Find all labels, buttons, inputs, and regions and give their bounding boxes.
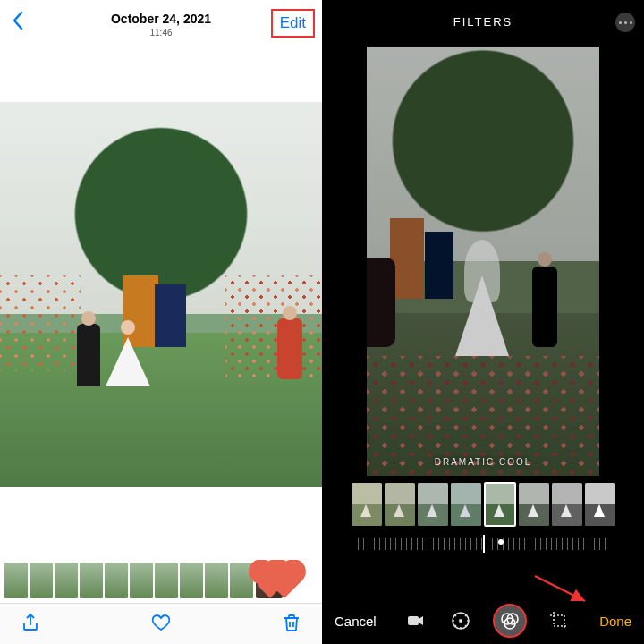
video-icon: [405, 610, 427, 631]
photo-header: October 24, 2021 11:46 Edit: [0, 0, 322, 48]
crop-button[interactable]: [547, 608, 572, 633]
done-button[interactable]: Done: [599, 614, 631, 629]
photo-date: October 24, 2021: [111, 12, 211, 26]
photo-thumbnail-strip[interactable]: [0, 560, 322, 601]
thumbnail[interactable]: [4, 563, 28, 598]
filter-intensity-slider[interactable]: [322, 533, 644, 555]
edit-mode-title: FILTERS: [453, 15, 513, 29]
edit-header: FILTERS: [322, 0, 644, 43]
photo-title: October 24, 2021 11:46: [111, 12, 211, 38]
filter-option[interactable]: [519, 483, 549, 526]
back-button[interactable]: [11, 11, 25, 34]
main-photo[interactable]: [0, 102, 322, 487]
thumbnail[interactable]: [105, 563, 128, 598]
thumbnail[interactable]: [80, 563, 103, 598]
thumbnail[interactable]: [155, 563, 178, 598]
filter-option[interactable]: [585, 483, 615, 526]
share-button[interactable]: [20, 612, 41, 637]
filters-icon: [499, 610, 521, 631]
filter-option[interactable]: [418, 483, 448, 526]
svg-rect-0: [408, 616, 419, 625]
thumbnail[interactable]: [180, 563, 203, 598]
edit-toolbar: Cancel Done: [322, 597, 644, 644]
edit-photo-preview[interactable]: DRAMATIC COOL: [367, 47, 599, 476]
photo-viewer-screen: October 24, 2021 11:46 Edit: [0, 0, 322, 644]
filter-thumbnails: [322, 481, 644, 528]
filter-name-label: DRAMATIC COOL: [435, 457, 532, 467]
thumbnail[interactable]: [55, 563, 78, 598]
svg-point-2: [459, 619, 462, 623]
filter-option[interactable]: [352, 483, 382, 526]
filter-option[interactable]: [385, 483, 415, 526]
photo-time: 11:46: [111, 28, 211, 38]
thumbnail[interactable]: [130, 563, 153, 598]
thumbnail[interactable]: [205, 563, 228, 598]
favorite-button[interactable]: [150, 612, 172, 637]
photo-edit-screen: FILTERS DRAMATIC COOL: [322, 0, 644, 644]
filters-tab-button[interactable]: [493, 604, 527, 638]
filter-option[interactable]: [552, 483, 582, 526]
filter-option[interactable]: [451, 483, 481, 526]
video-button[interactable]: [403, 608, 428, 633]
edit-button[interactable]: Edit: [271, 9, 315, 38]
chevron-left-icon: [11, 11, 25, 30]
delete-button[interactable]: [281, 612, 302, 637]
photo-toolbar: [0, 603, 322, 644]
adjust-button[interactable]: [448, 608, 473, 633]
cancel-button[interactable]: Cancel: [335, 614, 377, 629]
adjust-icon: [450, 610, 471, 631]
crop-icon: [548, 610, 570, 631]
hearts-overlay: [263, 568, 292, 593]
trash-icon: [281, 612, 302, 633]
edit-tool-group: [403, 604, 572, 638]
thumbnail[interactable]: [30, 563, 53, 598]
more-button[interactable]: [615, 13, 635, 32]
heart-icon: [150, 612, 172, 633]
filter-option-selected[interactable]: [484, 482, 516, 527]
share-icon: [20, 612, 41, 633]
